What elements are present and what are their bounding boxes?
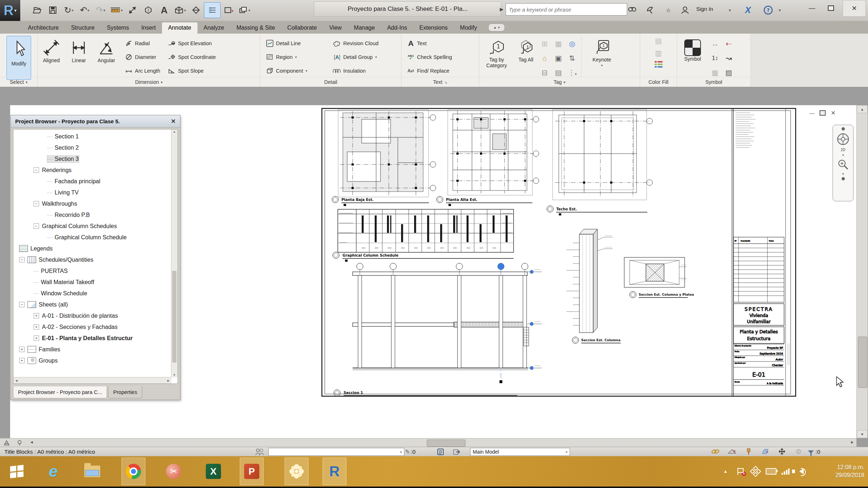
view-minimize-icon[interactable]: — <box>809 110 814 116</box>
help-dropdown-icon[interactable]: ▾ <box>773 4 787 17</box>
keynote-button[interactable]: 1 Keynote▾ <box>584 37 620 68</box>
tree-item-graphical-column-schedule[interactable]: Graphical Column Schedule <box>13 232 171 243</box>
horizontal-scrollbar[interactable]: ◄ ► <box>0 438 856 447</box>
project-browser-titlebar[interactable]: Project Browser - Proyecto para Clase 5.… <box>11 115 180 128</box>
action-center-icon[interactable]: ✕ <box>735 456 746 487</box>
browser-horizontal-scrollbar[interactable]: ◄► <box>13 377 171 384</box>
undo-icon[interactable]: ↶▾ <box>77 3 93 18</box>
steering-wheel-icon[interactable] <box>836 132 850 146</box>
room-tag-icon[interactable]: ⌂ <box>542 54 547 63</box>
dropbox-tray-icon[interactable] <box>749 456 762 487</box>
tree-item-living-tv[interactable]: Living TV <box>13 187 171 198</box>
navbar-handle-icon[interactable] <box>842 127 845 130</box>
view-reference-icon[interactable]: ▤ <box>555 68 562 77</box>
tab-properties[interactable]: Properties <box>108 386 142 398</box>
clock[interactable]: 12:08 p.m. 29/09/2018 <box>835 456 864 487</box>
tab-extensions[interactable]: Extensions <box>413 22 454 34</box>
angular-dimension-button[interactable]: Angular <box>93 37 120 63</box>
navbar-options-icon[interactable] <box>842 177 845 180</box>
tree-item-sheets[interactable]: Sheets (all) <box>13 299 171 310</box>
rebar-symbol-icon[interactable]: ⇠ <box>726 39 732 48</box>
select-pinned-toggle[interactable] <box>741 447 756 456</box>
region-button[interactable]: Region▾ <box>266 50 327 64</box>
multi-category-tag-icon[interactable]: ▦ <box>555 39 562 48</box>
user-icon[interactable] <box>678 4 692 17</box>
expand-icon[interactable] <box>19 347 25 352</box>
network-signal-icon[interactable] <box>780 456 791 487</box>
revision-cloud-button[interactable]: Revision Cloud <box>333 37 379 50</box>
pipe-legend-icon[interactable]: ▥ <box>655 49 662 57</box>
search-icon[interactable] <box>625 4 639 17</box>
tree-item-sheet-a02[interactable]: A-02 - Secciones y Fachadas <box>13 321 171 333</box>
browser-vertical-scrollbar[interactable]: ▲ ▼ <box>171 129 178 377</box>
redo-icon[interactable]: ↷▾ <box>93 3 109 18</box>
collapse-icon[interactable] <box>34 201 39 206</box>
tab-insert[interactable]: Insert <box>135 22 162 34</box>
zoom-dropdown-icon[interactable]: ▾ <box>842 172 844 176</box>
material-tag-icon[interactable]: ◎ <box>569 39 575 48</box>
excel-icon[interactable]: X <box>201 458 225 485</box>
exchange-apps-icon[interactable]: X <box>741 4 755 17</box>
thin-lines-icon[interactable] <box>204 2 221 18</box>
select-underlay-toggle[interactable]: ✕ <box>725 447 739 456</box>
horizontal-scroll-thumb[interactable] <box>427 440 465 447</box>
add-to-design-option-icon[interactable] <box>453 447 461 457</box>
tree-item-section-3[interactable]: Section 3 <box>13 153 171 164</box>
color-fill-legend-icon[interactable] <box>655 61 663 68</box>
tab-analyze[interactable]: Analyze <box>197 22 230 34</box>
tray-expand-icon[interactable]: ▲ <box>720 456 731 487</box>
tab-project-browser[interactable]: Project Browser - Proyecto para C... <box>13 386 107 398</box>
favorites-icon[interactable]: ☆ <box>661 4 676 17</box>
vertical-scrollbar[interactable]: ▲ ▼ <box>856 105 868 438</box>
open-icon[interactable] <box>29 3 45 18</box>
tree-item-wall-material-takeoff[interactable]: Wall Material Takeoff <box>13 277 171 288</box>
zoom-icon[interactable] <box>837 158 849 171</box>
tree-item-legends[interactable]: Legends <box>13 243 171 254</box>
expand-icon[interactable] <box>34 324 39 330</box>
tree-item-sheet-a01[interactable]: A-01 - Distribución de plantas <box>13 310 171 321</box>
switch-windows-icon[interactable]: ▾ <box>237 3 252 18</box>
tree-item-sheet-e01[interactable]: E-01 - Planta y Detalles Estructur <box>13 333 171 344</box>
arc-length-dimension-button[interactable]: Arc Length <box>125 64 160 78</box>
view-close-icon[interactable]: ✕ <box>831 110 835 116</box>
scroll-left-icon[interactable]: ◄ <box>30 440 34 444</box>
text-button[interactable]: AText <box>407 37 479 50</box>
area-symbol-icon[interactable]: ▦ <box>712 68 719 77</box>
tab-annotate[interactable]: Annotate <box>162 22 197 34</box>
linear-dimension-button[interactable]: Linear <box>65 37 93 63</box>
check-spelling-button[interactable]: ABC✓Check Spelling <box>407 50 479 64</box>
application-menu-button[interactable]: R▾ <box>0 0 20 21</box>
collapse-icon[interactable] <box>19 257 25 262</box>
find-replace-button[interactable]: A⇄Find/ Replace <box>407 64 479 78</box>
multi-rebar-icon[interactable]: ⋮▾ <box>568 68 577 77</box>
scroll-right-icon[interactable]: ► <box>850 440 854 444</box>
design-option-select[interactable]: Main Model▾ <box>470 448 570 456</box>
detail-line-button[interactable]: Detail Line <box>266 37 327 50</box>
tab-collaborate[interactable]: Collaborate <box>281 22 323 34</box>
synchronize-icon[interactable]: ↻▾ <box>61 3 77 18</box>
color-fill-panel-label[interactable]: Color Fill <box>640 77 677 87</box>
sign-in-button[interactable]: Sign In <box>696 6 713 12</box>
sign-in-dropdown-icon[interactable]: ▾ <box>723 4 737 17</box>
minimize-button[interactable]: — <box>803 0 821 16</box>
tab-modify[interactable]: Modify <box>454 22 483 34</box>
close-button[interactable]: ✕ <box>843 0 866 17</box>
volume-icon[interactable] <box>794 456 809 487</box>
tag-icon[interactable]: 1 <box>140 3 156 18</box>
chrome-icon[interactable] <box>122 458 145 485</box>
welding-symbol-icon[interactable]: ▨ <box>726 68 732 77</box>
tab-add-ins[interactable]: Add-Ins <box>381 22 413 34</box>
selection-settings-icon[interactable]: ⚙ <box>791 447 806 456</box>
close-icon[interactable]: ✕ <box>171 118 176 125</box>
close-hidden-windows-icon[interactable]: ✕ <box>221 3 237 18</box>
stair-tread-number-icon[interactable]: 1↕ <box>712 55 718 61</box>
collapse-icon[interactable] <box>34 167 39 173</box>
detail-group-button[interactable]: [A]Detail Group▾ <box>333 50 379 64</box>
snipping-tool-icon[interactable]: ✂ <box>162 458 186 485</box>
scroll-left-icon[interactable]: ◄ <box>15 379 18 382</box>
tag-all-button[interactable]: 1 Tag All <box>514 37 538 63</box>
select-links-toggle[interactable] <box>708 447 723 456</box>
tree-item-fachada-principal[interactable]: Fachada principal <box>13 176 171 187</box>
radial-dimension-button[interactable]: Radial <box>125 37 160 50</box>
duct-legend-icon[interactable]: ▤ <box>655 37 662 45</box>
